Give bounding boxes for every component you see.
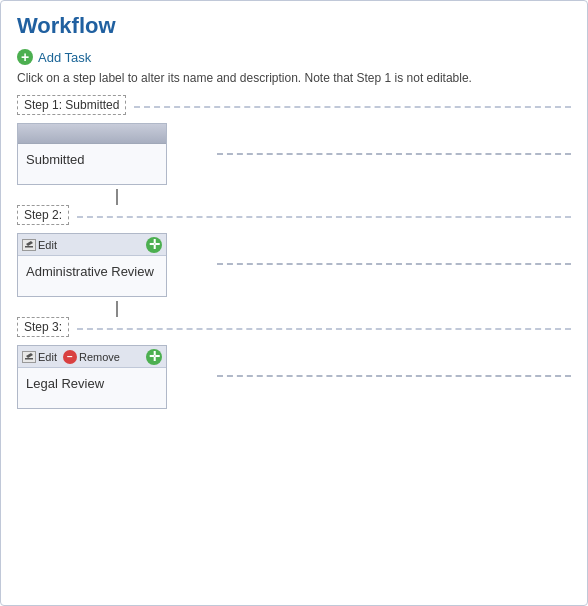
instruction-text: Click on a step label to alter its name … [17, 71, 571, 85]
step3-divider [217, 375, 571, 377]
step3-block-name: Legal Review [26, 376, 104, 391]
step2-content-row: Edit ✛ Administrative Review [17, 233, 571, 297]
step1-label[interactable]: Step 1: Submitted [17, 95, 126, 115]
edit-icon [22, 239, 36, 251]
workflow-step-1: Step 1: Submitted Submitted [17, 95, 571, 185]
step2-header-row: Step 2: [17, 205, 571, 229]
step2-toolbar: Edit ✛ [18, 234, 166, 256]
step3-toolbar-left: Edit − Remove [22, 350, 120, 364]
svg-marker-3 [26, 353, 33, 358]
step3-edit-button[interactable]: Edit [22, 351, 57, 363]
step2-block: Edit ✛ Administrative Review [17, 233, 167, 297]
step2-edit-label: Edit [38, 239, 57, 251]
step2-divider [217, 263, 571, 265]
step3-edit-icon [22, 351, 36, 363]
step3-remove-icon: − [63, 350, 77, 364]
page-title: Workflow [17, 13, 571, 39]
step2-block-wrapper: Edit ✛ Administrative Review [17, 233, 217, 297]
step3-content-row: Edit − Remove ✛ Legal Review [17, 345, 571, 409]
svg-marker-1 [26, 241, 33, 246]
step1-block: Submitted [17, 123, 167, 185]
step2-label[interactable]: Step 2: [17, 205, 69, 225]
step3-remove-label: Remove [79, 351, 120, 363]
step2-block-body: Administrative Review [18, 256, 166, 296]
connector-2-3 [116, 301, 118, 317]
step1-block-body: Submitted [18, 144, 166, 184]
svg-rect-2 [25, 358, 33, 360]
step1-content-row: Submitted [17, 123, 571, 185]
step1-divider [217, 153, 571, 155]
step3-block-wrapper: Edit − Remove ✛ Legal Review [17, 345, 217, 409]
add-task-icon: + [17, 49, 33, 65]
step1-block-name: Submitted [26, 152, 85, 167]
step2-toolbar-left: Edit [22, 239, 57, 251]
step3-block-body: Legal Review [18, 368, 166, 408]
connector-1-2 [116, 189, 118, 205]
workflow-step-2: Step 2: Edit ✛ [17, 205, 571, 297]
step2-edit-button[interactable]: Edit [22, 239, 57, 251]
step1-block-wrapper: Submitted [17, 123, 217, 185]
step1-header-row: Step 1: Submitted [17, 95, 571, 119]
step3-remove-button[interactable]: − Remove [63, 350, 120, 364]
step2-move-icon[interactable]: ✛ [146, 237, 162, 253]
step3-label[interactable]: Step 3: [17, 317, 69, 337]
step2-block-name: Administrative Review [26, 264, 154, 279]
step1-block-header [18, 124, 166, 144]
svg-rect-0 [25, 246, 33, 248]
step3-header-row: Step 3: [17, 317, 571, 341]
workflow-panel: Workflow + Add Task Click on a step labe… [0, 0, 588, 606]
step3-edit-label: Edit [38, 351, 57, 363]
step3-toolbar: Edit − Remove ✛ [18, 346, 166, 368]
add-task-row: + Add Task [17, 49, 571, 65]
workflow-step-3: Step 3: Edit [17, 317, 571, 409]
step3-block: Edit − Remove ✛ Legal Review [17, 345, 167, 409]
step3-move-icon[interactable]: ✛ [146, 349, 162, 365]
add-task-link[interactable]: Add Task [38, 50, 91, 65]
